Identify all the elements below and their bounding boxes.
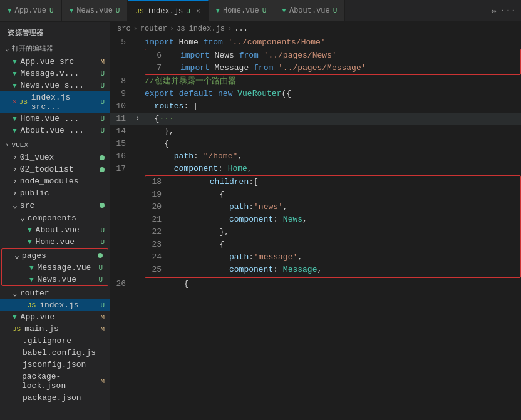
line-content: import Message from '../pages/Message'	[180, 62, 520, 74]
line-content: {···	[145, 113, 521, 125]
vue-icon: ▼	[13, 115, 17, 123]
line-content: {	[145, 278, 521, 290]
breadcrumb-router: router	[140, 24, 167, 33]
line-content: component: Message,	[180, 264, 520, 276]
folder-router[interactable]: ⌄ router	[0, 287, 110, 299]
vue-icon: ▼	[28, 238, 32, 246]
code-line: 15 {	[110, 138, 521, 150]
file-main-js[interactable]: JS main.js M	[0, 323, 110, 335]
code-line: 8 //创建并暴露一个路由器	[110, 75, 521, 88]
code-line: 18 children:[	[145, 176, 520, 188]
folder-src[interactable]: ⌄ src	[0, 199, 110, 212]
folder-name: components	[28, 213, 76, 223]
file-package-json[interactable]: package.json	[0, 392, 110, 404]
code-line: 24 path:'message',	[145, 251, 520, 264]
tab-badge: U	[186, 8, 190, 15]
open-file-message-vue[interactable]: ▼ Message.v... U	[0, 68, 110, 79]
folder-name: node_modules	[20, 177, 79, 186]
file-name: News.vue	[38, 275, 76, 284]
file-app-vue[interactable]: ▼ App.vue M	[0, 311, 110, 323]
folder-public[interactable]: › public	[0, 187, 110, 199]
tab-about-vue[interactable]: ▼ About.vue U	[274, 0, 345, 21]
folder-01-vuex[interactable]: › 01_vuex	[0, 151, 110, 163]
file-news-vue[interactable]: ▼ News.vue U	[2, 274, 108, 285]
tab-label: Home.vue	[223, 6, 259, 15]
tab-app-vue[interactable]: ▼ App.vue U	[0, 0, 62, 21]
tab-news-vue[interactable]: ▼ News.vue U	[62, 0, 128, 21]
file-badge: U	[98, 276, 103, 284]
line-content: import News from '../pages/News'	[180, 49, 520, 62]
js-icon: JS	[19, 98, 28, 106]
line-content: {	[145, 138, 521, 150]
open-file-home-vue[interactable]: ▼ Home.vue ... U	[0, 113, 110, 125]
js-icon: JS	[135, 8, 143, 15]
line-number: 19	[145, 188, 172, 201]
code-line: 21 component: News,	[145, 213, 520, 226]
chevron-right-icon: ›	[13, 188, 18, 198]
folder-components[interactable]: ⌄ components	[0, 212, 110, 224]
tab-index-js[interactable]: JS index.js U ×	[128, 0, 208, 21]
file-name: jsconfig.json	[23, 360, 86, 369]
vuex-label: VUEX	[12, 141, 28, 149]
file-home-vue[interactable]: ▼ Home.vue U	[0, 236, 110, 248]
breadcrumb-current: ...	[234, 24, 248, 33]
open-editors-section[interactable]: ⌄ 打开的编辑器	[0, 41, 110, 56]
vue-icon: ▼	[8, 7, 12, 14]
file-name: Home.vue	[36, 237, 75, 247]
chevron-down-icon: ⌄	[5, 44, 9, 53]
vue-icon: ▼	[282, 7, 286, 14]
line-number: 23	[145, 238, 172, 251]
folder-node-modules[interactable]: › node_modules	[0, 175, 110, 187]
file-about-vue[interactable]: ▼ About.vue U	[0, 224, 110, 236]
file-gitignore[interactable]: .gitignore	[0, 335, 110, 347]
line-content: component: Home,	[145, 163, 521, 175]
file-index-js[interactable]: JS index.js U	[0, 299, 110, 311]
open-file-app-vue[interactable]: ▼ App.vue src M	[0, 56, 110, 68]
line-content: {	[180, 188, 520, 201]
tab-home-vue[interactable]: ▼ Home.vue U	[209, 0, 275, 21]
file-badge: U	[100, 115, 105, 123]
line-number: 11	[110, 113, 136, 125]
open-file-about-vue[interactable]: ▼ About.vue ... U	[0, 125, 110, 136]
line-number: 10	[110, 100, 136, 113]
chevron-down-icon: ⌄	[20, 213, 25, 223]
file-package-lock[interactable]: package-lock.json M	[0, 371, 110, 392]
tab-badge: U	[333, 7, 338, 14]
split-editor-icon[interactable]: ⇔	[491, 6, 496, 16]
status-dot	[98, 253, 103, 258]
chevron-right-icon: ›	[13, 165, 18, 174]
open-file-index-js[interactable]: × JS index.js src... U	[0, 91, 110, 113]
sidebar-title: 资源管理器	[0, 24, 110, 41]
close-icon[interactable]: ×	[196, 8, 200, 15]
line-number: 24	[145, 251, 172, 264]
line-number: 18	[145, 176, 172, 188]
sidebar: 资源管理器 ⌄ 打开的编辑器 ▼ App.vue src M ▼ Message…	[0, 22, 110, 420]
file-message-vue[interactable]: ▼ Message.vue U	[2, 262, 108, 274]
folder-name: 02_todoList	[20, 165, 74, 174]
code-line: 20 path:'news',	[145, 201, 520, 213]
line-number: 8	[110, 75, 136, 88]
line-number: 6	[145, 49, 172, 62]
file-badge: M	[100, 377, 105, 385]
line-number: 15	[110, 138, 136, 150]
line-content: component: News,	[180, 213, 520, 226]
editor-wrapper: src › router › JS index.js › ... 5 impor…	[110, 22, 521, 420]
line-content: children:[	[180, 176, 520, 188]
vuex-section[interactable]: › VUEX	[0, 139, 110, 151]
status-dot	[100, 167, 105, 172]
code-line: 26 {	[110, 278, 521, 290]
code-editor[interactable]: 5 import Home from '../components/Home' …	[110, 36, 521, 420]
code-area: 5 import Home from '../components/Home' …	[110, 36, 521, 420]
open-file-news-vue[interactable]: ▼ News.vue s... U	[0, 79, 110, 91]
folder-02-todolist[interactable]: › 02_todoList	[0, 163, 110, 175]
js-icon: JS	[177, 25, 185, 33]
folder-pages[interactable]: ⌄ pages	[2, 249, 108, 262]
code-line: 5 import Home from '../components/Home'	[110, 36, 521, 49]
close-icon[interactable]: ×	[13, 98, 17, 106]
more-actions-icon[interactable]: ···	[500, 6, 516, 16]
file-babel-config[interactable]: babel.config.js	[0, 347, 110, 359]
file-name: .gitignore	[23, 336, 71, 346]
file-jsconfig[interactable]: jsconfig.json	[0, 359, 110, 371]
tab-badge: U	[262, 7, 267, 14]
file-name: Message.vue	[38, 263, 91, 272]
